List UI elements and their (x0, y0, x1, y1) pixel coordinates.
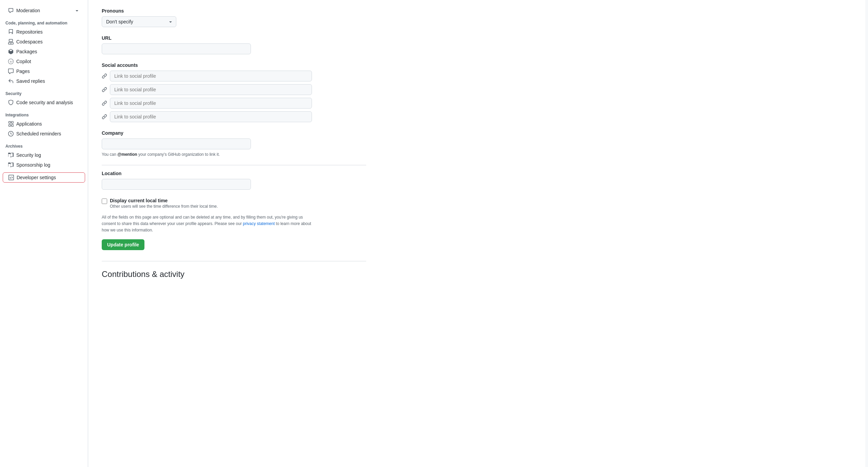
sidebar-item-packages[interactable]: Packages (3, 47, 85, 56)
sidebar-item-copilot-label: Copilot (16, 59, 31, 64)
link-icon-2 (102, 100, 107, 106)
display-time-desc: Other users will see the time difference… (110, 204, 218, 209)
sidebar-item-pages[interactable]: Pages (3, 67, 85, 76)
comment-icon (8, 8, 14, 13)
company-hint-suffix: your company's GitHub organization to li… (137, 152, 220, 157)
social-input-row-0 (102, 71, 312, 81)
package-icon (8, 49, 14, 54)
pages-icon (8, 69, 14, 74)
sidebar-item-scheduled-reminders-label: Scheduled reminders (16, 131, 61, 136)
sidebar-item-sponsorship-log-label: Sponsorship log (16, 162, 50, 168)
shield-icon (8, 100, 14, 105)
link-icon-3 (102, 114, 107, 119)
social-accounts-container (102, 71, 312, 122)
privacy-statement-link[interactable]: privacy statement (243, 221, 275, 226)
sidebar-item-scheduled-reminders[interactable]: Scheduled reminders (3, 129, 85, 138)
location-input[interactable] (102, 179, 251, 190)
sidebar-item-security-log-label: Security log (16, 152, 41, 158)
sidebar-item-moderation-label: Moderation (16, 8, 40, 13)
display-time-label[interactable]: Display current local time (110, 198, 167, 203)
main-content: Pronouns Don't specify they/them she/her… (88, 0, 380, 467)
sidebar-item-codespaces[interactable]: Codespaces (3, 37, 85, 46)
link-icon-0 (102, 73, 107, 79)
sidebar-item-developer-settings-label: Developer settings (17, 175, 56, 180)
social-input-1[interactable] (110, 84, 312, 95)
sponsorship-log-icon (8, 162, 14, 168)
company-hint-prefix: You can (102, 152, 117, 157)
section-header-archives: Archives (0, 141, 88, 150)
company-input[interactable] (102, 138, 251, 149)
display-time-label-block: Display current local time Other users w… (110, 198, 218, 209)
social-accounts-label: Social accounts (102, 62, 366, 68)
sidebar-item-developer-settings[interactable]: Developer settings (3, 172, 85, 183)
pronouns-label: Pronouns (102, 8, 366, 14)
reply-icon (8, 78, 14, 84)
social-accounts-section: Social accounts (102, 62, 366, 122)
contributions-heading: Contributions & activity (102, 261, 366, 279)
location-label: Location (102, 171, 366, 176)
link-icon-1 (102, 87, 107, 92)
social-input-0[interactable] (110, 71, 312, 81)
sidebar-item-copilot[interactable]: Copilot (3, 57, 85, 66)
sidebar-item-sponsorship-log[interactable]: Sponsorship log (3, 160, 85, 170)
sidebar-item-pages-label: Pages (16, 69, 30, 74)
section-header-integrations: Integrations (0, 110, 88, 119)
section-header-code-planning: Code, planning, and automation (0, 18, 88, 27)
copilot-icon (8, 59, 14, 64)
sidebar-item-packages-label: Packages (16, 49, 37, 54)
sidebar-item-codespaces-label: Codespaces (16, 39, 43, 44)
url-label: URL (102, 35, 366, 41)
sidebar-item-code-security-label: Code security and analysis (16, 100, 73, 105)
update-profile-button[interactable]: Update profile (102, 239, 144, 250)
sidebar-item-repositories-label: Repositories (16, 29, 43, 35)
company-section: Company You can @mention your company's … (102, 130, 366, 157)
url-section: URL (102, 35, 366, 54)
clock-icon (8, 131, 14, 136)
sidebar-item-applications[interactable]: Applications (3, 119, 85, 129)
pronouns-section: Pronouns Don't specify they/them she/her… (102, 8, 366, 27)
url-input[interactable] (102, 43, 251, 54)
apps-icon (8, 121, 14, 127)
display-time-row: Display current local time Other users w… (102, 198, 366, 209)
security-log-icon (8, 152, 14, 158)
consent-text: All of the fields on this page are optio… (102, 214, 312, 234)
divider-location (102, 165, 366, 165)
display-time-checkbox[interactable] (102, 199, 107, 204)
social-input-row-2 (102, 98, 312, 109)
sidebar-item-applications-label: Applications (16, 121, 42, 127)
location-section: Location (102, 171, 366, 190)
repo-icon (8, 29, 14, 35)
social-input-3[interactable] (110, 111, 312, 122)
social-input-2[interactable] (110, 98, 312, 109)
section-header-security: Security (0, 89, 88, 97)
sidebar: Moderation Code, planning, and automatio… (0, 0, 88, 467)
chevron-down-icon (74, 8, 80, 13)
scrollbar[interactable] (865, 0, 868, 467)
social-input-row-3 (102, 111, 312, 122)
codespaces-icon (8, 39, 14, 44)
sidebar-item-security-log[interactable]: Security log (3, 150, 85, 160)
code-icon (8, 175, 14, 180)
social-input-row-1 (102, 84, 312, 95)
company-hint: You can @mention your company's GitHub o… (102, 152, 366, 157)
sidebar-item-saved-replies[interactable]: Saved replies (3, 76, 85, 86)
company-hint-mention: @mention (117, 152, 137, 157)
sidebar-item-moderation[interactable]: Moderation (3, 6, 85, 15)
sidebar-item-repositories[interactable]: Repositories (3, 27, 85, 37)
pronouns-select[interactable]: Don't specify they/them she/her he/him o… (102, 16, 176, 27)
company-label: Company (102, 130, 366, 136)
sidebar-item-code-security[interactable]: Code security and analysis (3, 98, 85, 107)
sidebar-item-saved-replies-label: Saved replies (16, 78, 45, 84)
